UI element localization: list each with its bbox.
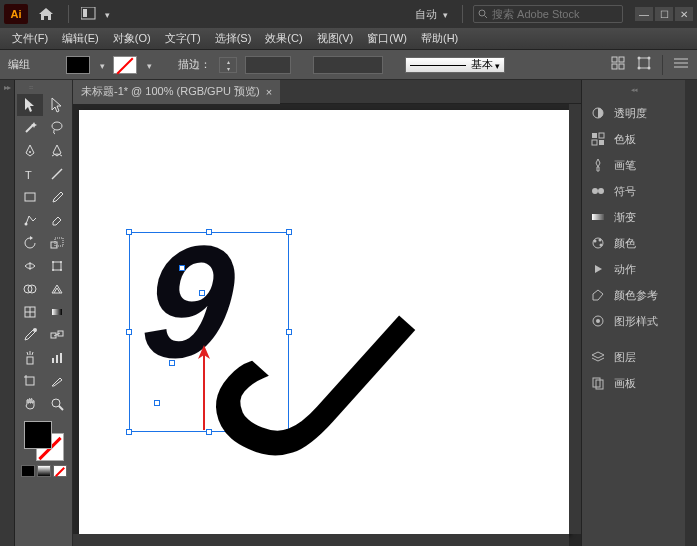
panel-grip[interactable]: ◂◂ xyxy=(582,86,685,94)
panel-label: 图层 xyxy=(614,350,636,365)
scale-tool[interactable] xyxy=(44,232,70,254)
menu-file[interactable]: 文件(F) xyxy=(6,29,54,48)
rectangle-tool[interactable] xyxy=(17,186,43,208)
panel-swatches[interactable]: 色板 xyxy=(582,126,685,152)
stock-search-input[interactable]: 搜索 Adobe Stock xyxy=(473,5,623,23)
direct-selection-tool[interactable] xyxy=(44,94,70,116)
blend-tool[interactable] xyxy=(44,324,70,346)
fill-dropdown[interactable] xyxy=(98,59,105,71)
width-tool[interactable] xyxy=(17,255,43,277)
menu-edit[interactable]: 编辑(E) xyxy=(56,29,105,48)
lasso-tool[interactable] xyxy=(44,117,70,139)
workspace-switcher[interactable]: 自动 xyxy=(411,7,452,22)
gradient-mode[interactable] xyxy=(37,465,51,477)
menu-type[interactable]: 文字(T) xyxy=(159,29,207,48)
column-graph-tool[interactable] xyxy=(44,347,70,369)
perspective-grid-tool[interactable] xyxy=(44,278,70,300)
curvature-tool[interactable] xyxy=(44,140,70,162)
paintbrush-tool[interactable] xyxy=(44,186,70,208)
options-menu-icon[interactable] xyxy=(673,55,689,71)
line-tool[interactable] xyxy=(44,163,70,185)
shaper-tool[interactable] xyxy=(17,209,43,231)
separator xyxy=(662,55,663,75)
menu-select[interactable]: 选择(S) xyxy=(209,29,258,48)
artboard-tool[interactable] xyxy=(17,370,43,392)
anchor-point[interactable] xyxy=(154,400,160,406)
type-tool[interactable]: T xyxy=(17,163,43,185)
none-mode[interactable] xyxy=(53,465,67,477)
document-tab[interactable]: 未标题-1* @ 100% (RGB/GPU 预览) × xyxy=(73,80,280,104)
selection-tool[interactable] xyxy=(17,94,43,116)
home-button[interactable] xyxy=(32,4,60,24)
panel-transparency[interactable]: 透明度 xyxy=(582,100,685,126)
shape-builder-tool[interactable] xyxy=(17,278,43,300)
selection-handle[interactable] xyxy=(126,329,132,335)
arrange-docs-button[interactable] xyxy=(77,4,113,24)
workspace-label: 自动 xyxy=(415,7,437,22)
free-transform-tool[interactable] xyxy=(44,255,70,277)
menu-window[interactable]: 窗口(W) xyxy=(361,29,413,48)
pen-tool[interactable] xyxy=(17,140,43,162)
eraser-tool[interactable] xyxy=(44,209,70,231)
menu-bar: 文件(F) 编辑(E) 对象(O) 文字(T) 选择(S) 效果(C) 视图(V… xyxy=(0,28,697,50)
zoom-tool[interactable] xyxy=(44,393,70,415)
panel-brushes[interactable]: 画笔 xyxy=(582,152,685,178)
graphic-style-dropdown[interactable]: 基本 xyxy=(405,57,505,73)
maximize-button[interactable]: ☐ xyxy=(655,7,673,21)
artboards-icon xyxy=(590,375,606,391)
svg-line-20 xyxy=(52,169,62,179)
menu-object[interactable]: 对象(O) xyxy=(107,29,157,48)
symbol-sprayer-tool[interactable] xyxy=(17,347,43,369)
anchor-point[interactable] xyxy=(179,265,185,271)
artboard[interactable]: 9 ل xyxy=(79,110,569,534)
canvas[interactable]: 9 ل xyxy=(73,104,581,546)
panel-artboards[interactable]: 画板 xyxy=(582,370,685,396)
fill-indicator[interactable] xyxy=(24,421,52,449)
anchor-point[interactable] xyxy=(169,360,175,366)
panel-layers[interactable]: 图层 xyxy=(582,344,685,370)
stroke-swatch[interactable] xyxy=(113,56,137,74)
slice-tool[interactable] xyxy=(44,370,70,392)
selection-handle[interactable] xyxy=(286,229,292,235)
vertical-scrollbar[interactable] xyxy=(569,104,581,534)
brush-definition-dropdown[interactable] xyxy=(313,56,383,74)
transform-panel-icon[interactable] xyxy=(636,55,652,71)
fill-swatch[interactable] xyxy=(66,56,90,74)
close-tab-icon[interactable]: × xyxy=(266,86,272,98)
selection-handle[interactable] xyxy=(206,229,212,235)
gradient-tool[interactable] xyxy=(44,301,70,323)
mesh-tool[interactable] xyxy=(17,301,43,323)
rotate-tool[interactable] xyxy=(17,232,43,254)
horizontal-scrollbar[interactable] xyxy=(73,534,569,546)
magic-wand-tool[interactable] xyxy=(17,117,43,139)
swatches-icon xyxy=(590,131,606,147)
color-mode[interactable] xyxy=(21,465,35,477)
panel-symbols[interactable]: 符号 xyxy=(582,178,685,204)
svg-point-59 xyxy=(599,239,602,242)
selection-handle[interactable] xyxy=(126,429,132,435)
panel-grip[interactable]: :::::: xyxy=(29,84,59,90)
anchor-point[interactable] xyxy=(199,290,205,296)
stroke-weight-field[interactable] xyxy=(245,56,291,74)
stroke-weight-stepper[interactable]: ▴▾ xyxy=(219,57,237,73)
align-panel-icon[interactable] xyxy=(610,55,626,71)
menu-view[interactable]: 视图(V) xyxy=(311,29,360,48)
panel-collapse-strip[interactable]: ▸▸ xyxy=(0,80,15,546)
svg-point-2 xyxy=(479,10,485,16)
panel-label: 色板 xyxy=(614,132,636,147)
menu-help[interactable]: 帮助(H) xyxy=(415,29,464,48)
panel-graphic-styles[interactable]: 图形样式 xyxy=(582,308,685,334)
hand-tool[interactable] xyxy=(17,393,43,415)
right-edge-strip[interactable] xyxy=(685,80,697,546)
panel-actions[interactable]: 动作 xyxy=(582,256,685,282)
selection-handle[interactable] xyxy=(126,229,132,235)
close-button[interactable]: ✕ xyxy=(675,7,693,21)
panel-color-guide[interactable]: 颜色参考 xyxy=(582,282,685,308)
minimize-button[interactable]: — xyxy=(635,7,653,21)
stroke-dropdown[interactable] xyxy=(145,59,152,71)
fill-stroke-indicator[interactable] xyxy=(24,421,64,461)
menu-effect[interactable]: 效果(C) xyxy=(259,29,308,48)
panel-color[interactable]: 颜色 xyxy=(582,230,685,256)
panel-gradient[interactable]: 渐变 xyxy=(582,204,685,230)
eyedropper-tool[interactable] xyxy=(17,324,43,346)
